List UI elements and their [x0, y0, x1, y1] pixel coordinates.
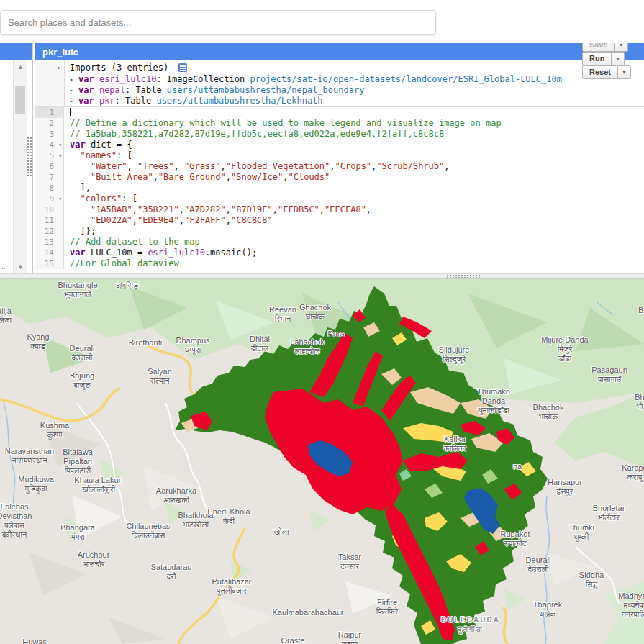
code-text: ], — [64, 183, 91, 194]
code-line-7[interactable]: 7 "Built Area","Bare Ground","Snow/Ice",… — [35, 172, 644, 183]
import-entry-pkr[interactable]: ▸var pkr: Table users/uttambabushrestha/… — [35, 96, 644, 106]
expand-arrow-icon[interactable]: ▸ — [70, 85, 73, 96]
code-text: //For Global dataview — [64, 258, 179, 269]
scroll-up-icon[interactable]: ▲ — [14, 62, 27, 72]
search-bar[interactable] — [0, 10, 436, 35]
map-place-label: Salyanसल्यान — [148, 367, 172, 386]
line-number: 2 — [35, 118, 64, 129]
map-place-label: Sataudarauदरौ — [151, 563, 192, 581]
code-line-14[interactable]: 14var LULC_10m = esri_lulc10.mosaic(); — [35, 248, 644, 258]
code-text: var dict = { — [64, 140, 132, 150]
map-place-label: Bhachokभाचोक — [533, 403, 564, 422]
fold-arrow-icon[interactable]: ▾ — [58, 140, 62, 150]
code-text: // 1a5bab,358221,a7d282,87d19e,ffdb5c,ee… — [64, 129, 444, 140]
import-entry-nepal[interactable]: ▸var nepal: Table users/uttambabushresth… — [35, 85, 644, 96]
code-line-8[interactable]: 8 ], — [35, 183, 644, 194]
line-number: 1 — [35, 107, 64, 118]
scroll-down-icon[interactable]: ▼ — [14, 262, 27, 272]
line-number: 10 — [35, 204, 64, 215]
map-place-label: Taksarटक्सार — [338, 553, 361, 571]
map-canvas[interactable] — [0, 279, 644, 644]
map-place-label: Sildujureसिल्दुजूरे — [439, 345, 470, 364]
map-place-label: Ghachokघाचोक — [299, 303, 331, 322]
code-line-10[interactable]: 10 "1A5BAB","358221","A7D282","87D19E","… — [35, 204, 644, 215]
script-tab-title: pkr_lulc — [42, 47, 78, 58]
map-place-label: Mijure Dandaमिजुरेडाँडा — [541, 335, 588, 363]
map-place-label: Aruchourआरुचौर — [78, 550, 110, 569]
import-entry-esri_lulc10[interactable]: ▸var esri_lulc10: ImageCollection projec… — [35, 74, 644, 85]
code-text: // Define a dictionary which will be use… — [64, 118, 502, 129]
map-place-label: na — [513, 462, 522, 471]
code-line-5[interactable]: 5▾ "names": [ — [35, 150, 644, 161]
vertical-resize-handle[interactable] — [27, 137, 32, 177]
text-cursor — [70, 108, 71, 116]
map-place-label: Bajungबाजुङ — [70, 371, 94, 390]
code-line-13[interactable]: 13// Add dataset to the map — [35, 237, 644, 248]
expand-arrow-icon[interactable]: ▸ — [70, 96, 73, 106]
collapse-arrow-icon[interactable]: ▾ — [57, 63, 60, 73]
map-place-label: Bl — [638, 306, 644, 315]
imports-section: ▾ Imports (3 entries) ▸var esri_lulc10: … — [35, 60, 644, 107]
map-place-label: Kushmaकुश्मा — [40, 421, 69, 440]
map-place-label: Kalikaकालिका — [443, 435, 466, 453]
map-place-label: Chilaunebasचिलाउनेबास — [126, 522, 170, 540]
line-number: 8 — [35, 183, 64, 194]
line-number: 3 — [35, 129, 64, 140]
fold-arrow-icon[interactable]: ▾ — [58, 150, 62, 161]
map-place-label: Pasagaunपासागाउँ — [591, 366, 627, 384]
code-line-1[interactable]: 1 — [35, 107, 644, 118]
code-line-12[interactable]: 12 ]}; — [35, 226, 644, 237]
code-text: ]}; — [64, 226, 96, 237]
panel-divider[interactable] — [0, 273, 644, 279]
map-place-label: Huwas — [22, 638, 47, 644]
expand-arrow-icon[interactable]: ▸ — [70, 74, 73, 85]
code-line-3[interactable]: 3// 1a5bab,358221,a7d282,87d19e,ffdb5c,e… — [35, 129, 644, 140]
save-button[interactable]: Save — [582, 43, 615, 52]
map-place-label: Thumkiथुम्की — [568, 523, 594, 542]
code-line-15[interactable]: 15//For Global dataview — [35, 258, 644, 269]
code-line-9[interactable]: 9▾ "colors": [ — [35, 194, 644, 204]
map-place-label: Oraste — [281, 636, 304, 644]
map-place-label: Pura — [327, 330, 344, 339]
map-place-label: Thaprekथाप्रेक — [533, 600, 562, 619]
map-place-label: ThumakoDandaथुमाकोडाँडा — [477, 387, 510, 415]
map-place-label: Lahachokलाहाचोक — [290, 337, 325, 356]
code-area[interactable]: 12// Define a dictionary which will be u… — [35, 107, 644, 269]
left-panel-scrollbar[interactable]: ▲ ▼ — [13, 60, 27, 273]
code-line-2[interactable]: 2// Define a dictionary which will be us… — [35, 118, 644, 129]
copy-imports-icon[interactable] — [178, 63, 187, 72]
code-line-4[interactable]: 4▾var dict = { — [35, 140, 644, 150]
horizontal-resize-handle[interactable] — [446, 274, 481, 278]
scrollbar-thumb[interactable] — [15, 86, 25, 114]
map-place-label: Aarukharkaआरुखर्का — [156, 486, 196, 505]
map-place-label: Khaula Lakuriखौलालाँकुरी — [74, 476, 122, 494]
line-number: 12 — [35, 226, 64, 237]
map-container[interactable]: Bhuktangleभुक्तान्गलेदांगसिङalijaलिजाKya… — [0, 279, 644, 644]
imports-header-label: Imports (3 entries) — [70, 63, 168, 73]
map-place-label: Phedi Kholaफेदी — [207, 507, 250, 526]
fold-arrow-icon[interactable]: ▾ — [58, 194, 62, 204]
save-dropdown-caret[interactable]: ▾ — [615, 43, 628, 52]
map-place-label: Putalibazarपुतलीबजार — [212, 577, 251, 596]
line-number: 7 — [35, 172, 64, 183]
map-place-label: Karapuकरापु — [622, 463, 644, 482]
code-line-11[interactable]: 11 "ED022A","EDE9E4","F2FAFF","C8C8C8" — [35, 215, 644, 226]
code-text: // Add dataset to the map — [64, 237, 200, 248]
imports-header[interactable]: ▾ Imports (3 entries) — [35, 60, 644, 74]
map-place-label: Mudikuwaमुडिकुवा — [18, 475, 54, 494]
map-place-label: Kaulmabarahachaur — [272, 608, 343, 617]
search-input[interactable] — [1, 11, 435, 34]
map-place-label: Dhampusधम्पुस — [176, 336, 209, 355]
code-line-6[interactable]: 6 "Water", "Trees", "Grass","Flooded Veg… — [35, 161, 644, 172]
map-place-label: Raipurराइपुर — [338, 630, 361, 644]
code-text: "ED022A","EDE9E4","F2FAFF","C8C8C8" — [64, 215, 273, 226]
code-text: "Built Area","Bare Ground","Snow/Ice","C… — [64, 172, 330, 183]
map-place-label: दांगसिङ — [116, 281, 138, 291]
line-number: 14 — [35, 248, 64, 258]
map-place-label: Dhitalढीटाल — [250, 335, 270, 353]
map-place-label: Madhyaneमध्यनेपालनगरपालिक — [618, 591, 644, 620]
map-place-label: Hansapurहंसपुर — [548, 478, 582, 496]
code-editor-panel: pkr_lulc Get Link▾Save▾Run▾Reset▾ ▾ Impo… — [35, 43, 644, 273]
code-text: "Water", "Trees", "Grass","Flooded Veget… — [64, 161, 449, 172]
map-place-label: Bhorletarभोर्लेटार — [593, 504, 625, 522]
